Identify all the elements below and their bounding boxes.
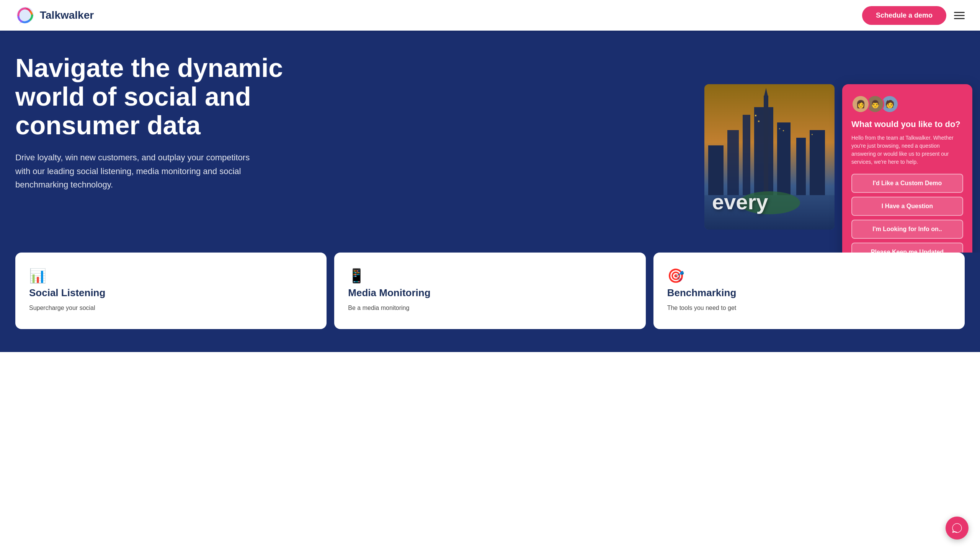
- hero-section: Navigate the dynamic world of social and…: [0, 31, 980, 253]
- hero-subtitle: Drive loyalty, win new customers, and ou…: [15, 151, 253, 191]
- chat-btn-info[interactable]: I'm Looking for Info on..: [851, 220, 963, 239]
- svg-rect-13: [758, 121, 760, 122]
- chat-buttons: I'd Like a Custom Demo I Have a Question…: [851, 174, 963, 253]
- benchmarking-desc: The tools you need to get: [667, 303, 951, 313]
- chat-btn-question[interactable]: I Have a Question: [851, 197, 963, 216]
- hero-image-word: every: [712, 189, 768, 214]
- social-listening-desc: Supercharge your social: [29, 303, 313, 313]
- svg-rect-8: [796, 138, 806, 199]
- hamburger-line-1: [954, 12, 965, 13]
- svg-rect-14: [779, 128, 780, 129]
- social-listening-title: Social Listening: [29, 287, 313, 299]
- svg-rect-7: [777, 122, 791, 199]
- card-media-monitoring[interactable]: 📱 Media Monitoring Be a media monitoring: [334, 253, 645, 329]
- svg-rect-16: [812, 134, 813, 135]
- hero-title: Navigate the dynamic world of social and…: [15, 54, 283, 139]
- media-monitoring-icon: 📱: [348, 268, 632, 284]
- card-benchmarking[interactable]: 🎯 Benchmarking The tools you need to get: [653, 253, 965, 329]
- chat-avatars: 👩 👨 🧑: [851, 95, 963, 113]
- social-listening-icon: 📊: [29, 268, 313, 284]
- logo-text: Talkwalker: [40, 9, 94, 21]
- chat-widget: 👩 👨 🧑 What would you like to do? Hello f…: [842, 84, 972, 253]
- benchmarking-title: Benchmarking: [667, 287, 951, 299]
- svg-rect-5: [764, 96, 768, 199]
- svg-rect-12: [755, 115, 756, 116]
- media-monitoring-title: Media Monitoring: [348, 287, 632, 299]
- media-monitoring-desc: Be a media monitoring: [348, 303, 632, 313]
- chat-btn-custom-demo[interactable]: I'd Like a Custom Demo: [851, 174, 963, 193]
- navbar: Talkwalker Schedule a demo: [0, 0, 980, 31]
- svg-rect-9: [810, 130, 825, 199]
- card-social-listening[interactable]: 📊 Social Listening Supercharge your soci…: [15, 253, 327, 329]
- avatar-1: 👩: [851, 95, 870, 113]
- schedule-demo-button[interactable]: Schedule a demo: [862, 6, 946, 25]
- benchmarking-icon: 🎯: [667, 268, 951, 284]
- hamburger-line-3: [954, 18, 965, 19]
- chat-description: Hello from the team at Talkwalker. Wheth…: [851, 134, 963, 166]
- hamburger-line-2: [954, 15, 965, 16]
- chat-btn-keep-updated[interactable]: Please Keep me Updated: [851, 243, 963, 253]
- hero-content: Navigate the dynamic world of social and…: [15, 54, 283, 191]
- hamburger-menu[interactable]: [954, 12, 965, 19]
- navbar-right: Schedule a demo: [862, 6, 965, 25]
- hero-image-bg: every: [704, 84, 835, 230]
- cards-section: 📊 Social Listening Supercharge your soci…: [0, 253, 980, 352]
- svg-rect-15: [783, 130, 784, 131]
- svg-rect-3: [743, 115, 750, 199]
- chat-title: What would you like to do?: [851, 119, 963, 129]
- hero-image: every: [704, 84, 835, 230]
- svg-rect-2: [727, 130, 739, 199]
- talkwalker-logo-icon: [15, 5, 35, 25]
- logo-area[interactable]: Talkwalker: [15, 5, 94, 25]
